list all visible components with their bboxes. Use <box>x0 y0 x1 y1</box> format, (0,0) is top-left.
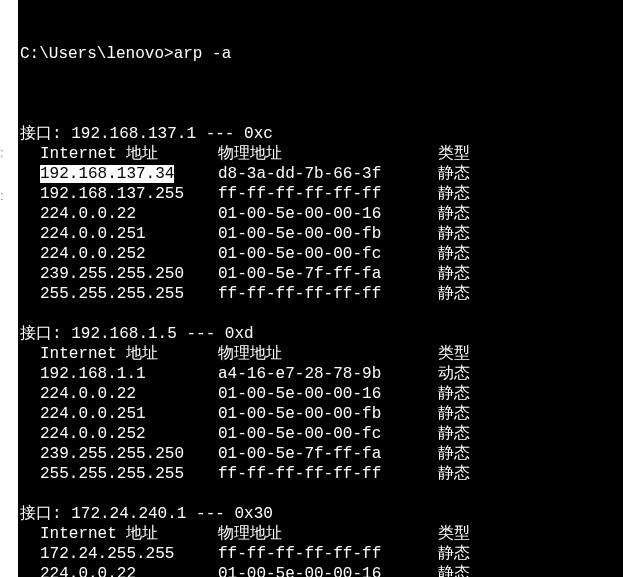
entry-ip: 192.168.1.1 <box>18 364 218 384</box>
entry-mac: d8-3a-dd-7b-66-3f <box>218 164 438 184</box>
entry-mac: 01-00-5e-00-00-16 <box>218 384 438 404</box>
entry-ip: 255.255.255.255 <box>18 284 218 304</box>
entry-ip: 224.0.0.251 <box>18 224 218 244</box>
entry-type: 静态 <box>438 444 470 464</box>
col-header-mac: 物理地址 <box>218 144 438 164</box>
entry-type: 静态 <box>438 184 470 204</box>
arp-entry-row: 224.0.0.25201-00-5e-00-00-fc静态 <box>18 244 623 264</box>
entry-type: 静态 <box>438 464 470 484</box>
entry-type: 静态 <box>438 284 470 304</box>
col-header-type: 类型 <box>438 144 470 164</box>
entry-mac: ff-ff-ff-ff-ff-ff <box>218 284 438 304</box>
entry-type: 静态 <box>438 564 470 577</box>
col-header-type: 类型 <box>438 524 470 544</box>
arp-entry-row: 224.0.0.2201-00-5e-00-00-16静态 <box>18 564 623 577</box>
entry-ip: 192.168.137.255 <box>18 184 218 204</box>
entry-ip: 224.0.0.22 <box>18 564 218 577</box>
highlighted-ip: 192.168.137.34 <box>40 165 174 183</box>
entry-type: 静态 <box>438 224 470 244</box>
entry-mac: 01-00-5e-00-00-16 <box>218 564 438 577</box>
arp-entry-row: 255.255.255.255ff-ff-ff-ff-ff-ff静态 <box>18 464 623 484</box>
entry-ip: 224.0.0.252 <box>18 244 218 264</box>
column-header-row: Internet 地址物理地址类型 <box>18 344 623 364</box>
col-header-mac: 物理地址 <box>218 344 438 364</box>
entry-mac: 01-00-5e-00-00-fb <box>218 404 438 424</box>
interface-header: 接口: 172.24.240.1 --- 0x30 <box>18 504 623 524</box>
entry-mac: 01-00-5e-00-00-16 <box>218 204 438 224</box>
entry-ip: 224.0.0.251 <box>18 404 218 424</box>
command-text: arp -a <box>174 45 232 63</box>
entry-mac: a4-16-e7-28-78-9b <box>218 364 438 384</box>
entry-mac: 01-00-5e-7f-ff-fa <box>218 264 438 284</box>
doc-left-margin: : : <box>0 0 18 577</box>
prompt-line: C:\Users\lenovo>arp -a <box>18 44 623 64</box>
interface-header: 接口: 192.168.137.1 --- 0xc <box>18 124 623 144</box>
arp-entry-row: 224.0.0.25201-00-5e-00-00-fc静态 <box>18 424 623 444</box>
entry-type: 静态 <box>438 544 470 564</box>
col-header-ip: Internet 地址 <box>18 524 218 544</box>
arp-entry-row: 172.24.255.255ff-ff-ff-ff-ff-ff静态 <box>18 544 623 564</box>
entry-ip: 239.255.255.250 <box>18 264 218 284</box>
margin-marker-2: : <box>0 188 18 203</box>
arp-entry-row: 255.255.255.255ff-ff-ff-ff-ff-ff静态 <box>18 284 623 304</box>
margin-marker-1: : <box>0 145 18 160</box>
entry-mac: ff-ff-ff-ff-ff-ff <box>218 544 438 564</box>
interface-block: 接口: 172.24.240.1 --- 0x30Internet 地址物理地址… <box>18 504 623 577</box>
arp-entry-row: 224.0.0.2201-00-5e-00-00-16静态 <box>18 384 623 404</box>
entry-mac: ff-ff-ff-ff-ff-ff <box>218 184 438 204</box>
entry-type: 静态 <box>438 404 470 424</box>
entry-ip: 255.255.255.255 <box>18 464 218 484</box>
prompt-text: C:\Users\lenovo> <box>20 45 174 63</box>
entry-ip: 224.0.0.22 <box>18 384 218 404</box>
entry-type: 静态 <box>438 384 470 404</box>
entry-type: 静态 <box>438 204 470 224</box>
col-header-mac: 物理地址 <box>218 524 438 544</box>
arp-entry-row: 192.168.137.255ff-ff-ff-ff-ff-ff静态 <box>18 184 623 204</box>
entry-type: 静态 <box>438 264 470 284</box>
entry-type: 静态 <box>438 424 470 444</box>
entry-ip: 224.0.0.252 <box>18 424 218 444</box>
col-header-ip: Internet 地址 <box>18 144 218 164</box>
col-header-type: 类型 <box>438 344 470 364</box>
arp-entry-row: 224.0.0.25101-00-5e-00-00-fb静态 <box>18 224 623 244</box>
entry-ip: 239.255.255.250 <box>18 444 218 464</box>
entry-mac: 01-00-5e-00-00-fb <box>218 224 438 244</box>
entry-ip: 192.168.137.34 <box>18 164 218 184</box>
arp-entry-row: 239.255.255.25001-00-5e-7f-ff-fa静态 <box>18 264 623 284</box>
terminal-window[interactable]: C:\Users\lenovo>arp -a 接口: 192.168.137.1… <box>18 0 623 577</box>
interface-header: 接口: 192.168.1.5 --- 0xd <box>18 324 623 344</box>
column-header-row: Internet 地址物理地址类型 <box>18 144 623 164</box>
column-header-row: Internet 地址物理地址类型 <box>18 524 623 544</box>
col-header-ip: Internet 地址 <box>18 344 218 364</box>
entry-type: 静态 <box>438 164 470 184</box>
entry-type: 静态 <box>438 244 470 264</box>
entry-ip: 224.0.0.22 <box>18 204 218 224</box>
entry-mac: 01-00-5e-00-00-fc <box>218 424 438 444</box>
arp-entry-row: 239.255.255.25001-00-5e-7f-ff-fa静态 <box>18 444 623 464</box>
arp-entry-row: 224.0.0.25101-00-5e-00-00-fb静态 <box>18 404 623 424</box>
interface-block: 接口: 192.168.1.5 --- 0xdInternet 地址物理地址类型… <box>18 324 623 484</box>
arp-entry-row: 224.0.0.2201-00-5e-00-00-16静态 <box>18 204 623 224</box>
arp-output: 接口: 192.168.137.1 --- 0xcInternet 地址物理地址… <box>18 124 623 577</box>
entry-type: 动态 <box>438 364 470 384</box>
entry-mac: ff-ff-ff-ff-ff-ff <box>218 464 438 484</box>
entry-ip: 172.24.255.255 <box>18 544 218 564</box>
arp-entry-row: 192.168.1.1a4-16-e7-28-78-9b动态 <box>18 364 623 384</box>
entry-mac: 01-00-5e-7f-ff-fa <box>218 444 438 464</box>
interface-block: 接口: 192.168.137.1 --- 0xcInternet 地址物理地址… <box>18 124 623 304</box>
entry-mac: 01-00-5e-00-00-fc <box>218 244 438 264</box>
arp-entry-row: 192.168.137.34d8-3a-dd-7b-66-3f静态 <box>18 164 623 184</box>
